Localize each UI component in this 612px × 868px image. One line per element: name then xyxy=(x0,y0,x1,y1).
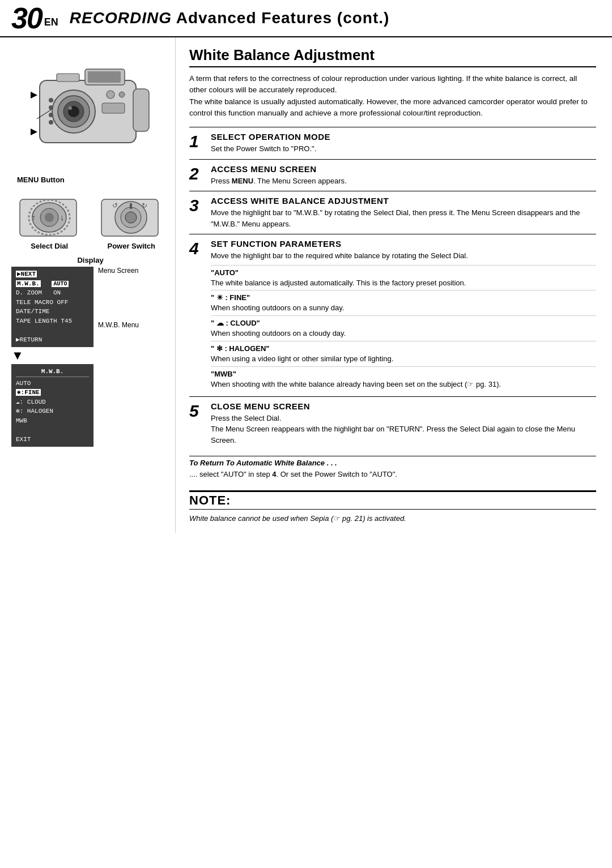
step-2-content: ACCESS MENU SCREEN Press MENU. The Menu … xyxy=(211,164,596,187)
sub-options: "AUTO" The white balance is adjusted aut… xyxy=(211,265,596,392)
sub-option-halogen-label: " ✻ : HALOGEN" xyxy=(211,344,596,353)
header-title: RECORDING Advanced Features (cont.) xyxy=(70,9,390,27)
dials-row: ↑ ↓ Select Dial ↺ ↻ xyxy=(11,191,169,250)
step-2: 2 ACCESS MENU SCREEN Press MENU. The Men… xyxy=(189,159,596,191)
step-5-body: Press the Select Dial. The Menu Screen r… xyxy=(211,413,596,446)
screens-row: ▶NEXT M.W.B. AUTO D. ZOOM ON TELE MACRO … xyxy=(11,267,169,447)
step-3-content: ACCESS WHITE BALANCE ADJUSTMENT Move the… xyxy=(211,196,596,229)
select-dial-item: ↑ ↓ Select Dial xyxy=(11,191,88,250)
sub-option-cloud-body: When shooting outdoors on a cloudy day. xyxy=(211,328,596,339)
right-column: White Balance Adjustment A term that ref… xyxy=(176,37,612,533)
display-section: Display ▶NEXT M.W.B. AUTO D. ZOOM ON TEL… xyxy=(11,256,169,447)
svg-text:↓: ↓ xyxy=(60,213,64,222)
select-dial-label: Select Dial xyxy=(31,242,68,250)
display-label: Display xyxy=(11,256,169,264)
note-title xyxy=(189,490,596,510)
note-body: White balance cannot be used when Sepia … xyxy=(189,513,596,524)
step-2-body: Press MENU. The Menu Screen appears. xyxy=(211,176,596,187)
sub-option-fine-body: When shooting outdoors on a sunny day. xyxy=(211,303,596,314)
sub-option-fine-label: " ☀ : FINE" xyxy=(211,293,596,302)
svg-rect-33 xyxy=(130,203,132,209)
step-5: 5 CLOSE MENU SCREEN Press the Select Dia… xyxy=(189,396,596,451)
power-switch-svg: ↺ ↻ xyxy=(99,191,164,242)
step-1: 1 SELECT OPERATION MODE Set the Power Sw… xyxy=(189,127,596,159)
svg-marker-18 xyxy=(31,129,37,135)
svg-rect-8 xyxy=(57,74,79,82)
sub-option-auto: "AUTO" The white balance is adjusted aut… xyxy=(211,265,596,290)
step-1-num: 1 xyxy=(189,133,205,150)
step-4-content: SET FUNCTION PARAMETERS Move the highlig… xyxy=(211,239,596,392)
svg-point-13 xyxy=(49,98,53,102)
return-body: .... select "AUTO" in step 4. Or set the… xyxy=(189,469,596,480)
svg-point-30 xyxy=(125,212,137,223)
step-3: 3 ACCESS WHITE BALANCE ADJUSTMENT Move t… xyxy=(189,191,596,234)
intro-text: A term that refers to the correctness of… xyxy=(189,73,596,119)
sub-option-auto-label: "AUTO" xyxy=(211,268,596,277)
sub-option-mwb-label: "MWB" xyxy=(211,370,596,378)
main-content: MENU Button ↑ ↓ Sel xyxy=(0,37,612,533)
svg-point-24 xyxy=(45,213,54,222)
page-header: 30 EN RECORDING Advanced Features (cont.… xyxy=(0,0,612,37)
step-1-body: Set the Power Switch to "PRO.". xyxy=(211,143,596,155)
return-section: To Return To Automatic White Balance . .… xyxy=(189,456,596,480)
sub-option-mwb: "MWB" When shooting with the white balan… xyxy=(211,366,596,392)
step-4-body: Move the highlight bar to the required w… xyxy=(211,250,596,262)
svg-text:↺: ↺ xyxy=(112,202,118,209)
select-dial-svg: ↑ ↓ xyxy=(17,191,82,242)
svg-point-5 xyxy=(69,106,72,110)
svg-rect-12 xyxy=(102,103,125,113)
power-switch-item: ↺ ↻ Power Switch xyxy=(94,191,170,250)
svg-point-10 xyxy=(107,91,114,99)
svg-point-14 xyxy=(49,105,53,110)
sub-option-fine: " ☀ : FINE" When shooting outdoors on a … xyxy=(211,290,596,315)
menu-screen-side-label: Menu Screen xyxy=(98,267,139,275)
step-5-num: 5 xyxy=(189,403,205,420)
step-1-content: SELECT OPERATION MODE Set the Power Swit… xyxy=(211,132,596,155)
svg-marker-17 xyxy=(31,92,37,99)
sub-option-cloud-label: " ☁ : CLOUD" xyxy=(211,319,596,327)
step-3-heading: ACCESS WHITE BALANCE ADJUSTMENT xyxy=(211,196,596,206)
step-2-num: 2 xyxy=(189,165,205,182)
svg-point-15 xyxy=(49,113,53,117)
sub-option-halogen: " ✻ : HALOGEN" When using a video light … xyxy=(211,341,596,366)
menu-screen-wrap: ▶NEXT M.W.B. AUTO D. ZOOM ON TELE MACRO … xyxy=(11,267,94,447)
arrow-down: ▼ xyxy=(11,348,24,363)
camera-svg xyxy=(23,46,159,171)
menu-screen-box: ▶NEXT M.W.B. AUTO D. ZOOM ON TELE MACRO … xyxy=(11,267,94,347)
step-1-heading: SELECT OPERATION MODE xyxy=(211,132,596,142)
svg-point-11 xyxy=(119,92,125,97)
page-number: 30 xyxy=(11,3,42,33)
sub-option-cloud: " ☁ : CLOUD" When shooting outdoors on a… xyxy=(211,315,596,341)
step-2-heading: ACCESS MENU SCREEN xyxy=(211,164,596,174)
menu-button-label: MENU Button xyxy=(17,176,169,184)
sub-option-halogen-body: When using a video light or other simila… xyxy=(211,354,596,365)
sub-option-mwb-body: When shooting with the white balance alr… xyxy=(211,379,596,390)
sub-option-auto-body: The white balance is adjusted automatica… xyxy=(211,278,596,289)
note-section: White balance cannot be used when Sepia … xyxy=(189,490,596,524)
mwb-menu-side-label: M.W.B. Menu xyxy=(98,321,139,329)
step-5-content: CLOSE MENU SCREEN Press the Select Dial.… xyxy=(211,401,596,446)
svg-rect-9 xyxy=(133,89,149,131)
step-3-body: Move the highlight bar to "M.W.B." by ro… xyxy=(211,207,596,229)
svg-rect-7 xyxy=(88,71,121,83)
left-column: MENU Button ↑ ↓ Sel xyxy=(0,37,176,533)
section-title: White Balance Adjustment xyxy=(189,46,596,67)
step-4-num: 4 xyxy=(189,240,205,257)
step-5-heading: CLOSE MENU SCREEN xyxy=(211,401,596,411)
step-4: 4 SET FUNCTION PARAMETERS Move the highl… xyxy=(189,234,596,396)
svg-text:↑: ↑ xyxy=(32,213,36,222)
page-suffix: EN xyxy=(44,16,58,28)
screen-labels: Menu Screen M.W.B. Menu xyxy=(98,267,139,329)
camera-illustration xyxy=(11,46,169,171)
step-3-num: 3 xyxy=(189,197,205,214)
mwb-screen-box: M.W.B. AUTO ✱:FINE ☁: CLOUD ✻: HALOGEN M… xyxy=(11,364,94,447)
svg-point-16 xyxy=(49,120,53,125)
svg-text:↻: ↻ xyxy=(142,202,147,209)
power-switch-label: Power Switch xyxy=(107,242,155,250)
return-title: To Return To Automatic White Balance . .… xyxy=(189,459,596,467)
step-4-heading: SET FUNCTION PARAMETERS xyxy=(211,239,596,249)
